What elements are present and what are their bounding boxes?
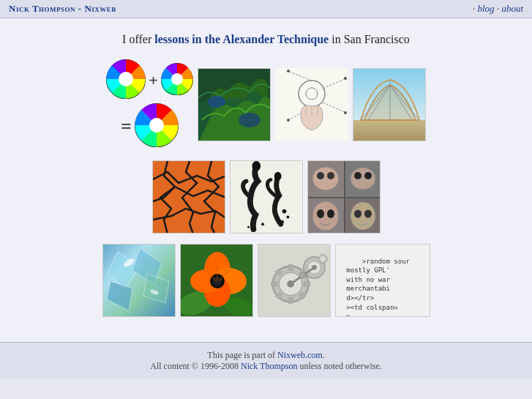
nav-dot-1: ·: [473, 3, 475, 14]
tagline-suffix: in San Francisco: [329, 33, 410, 45]
hand-draw-image: [275, 68, 348, 141]
color-wheel-1: [106, 59, 146, 102]
svg-point-48: [312, 201, 339, 231]
crystal-photo-image: [102, 244, 176, 317]
equals-sign: =: [121, 116, 132, 138]
svg-point-18: [287, 119, 290, 122]
svg-point-52: [351, 202, 375, 230]
color-wheel-result: [135, 103, 179, 150]
site-footer: This page is part of Nixweb.com. All con…: [0, 342, 532, 379]
nav-dot-2: ·: [497, 3, 499, 14]
alexander-technique-link[interactable]: lessons in the Alexander Technique: [154, 33, 329, 45]
nick-thompson-link[interactable]: Nick Thompson: [241, 361, 297, 371]
main-content: I offer lessons in the Alexander Techniq…: [0, 18, 532, 342]
flower-photo-image: [180, 244, 253, 317]
footer-suffix-1: .: [323, 350, 325, 360]
svg-point-53: [354, 210, 361, 218]
svg-point-46: [364, 172, 372, 179]
nixweb-link[interactable]: Nixweb.com: [277, 350, 323, 360]
svg-point-41: [317, 172, 324, 179]
plus-sign: +: [149, 71, 158, 90]
face-grid-image: [307, 160, 381, 234]
svg-point-7: [208, 96, 225, 108]
svg-point-32: [252, 161, 261, 171]
svg-point-44: [351, 168, 375, 190]
svg-point-4: [149, 118, 164, 133]
svg-rect-84: [288, 298, 293, 304]
svg-point-49: [317, 209, 324, 218]
code-snippet: >random sour mostly GPL' with no war mer…: [335, 244, 430, 317]
about-link[interactable]: about: [501, 3, 523, 14]
svg-point-16: [287, 70, 290, 72]
svg-point-42: [327, 172, 334, 179]
svg-point-35: [286, 215, 289, 218]
svg-point-2: [171, 73, 183, 85]
svg-rect-24: [353, 120, 426, 141]
mechanical-image: [258, 244, 331, 317]
footer-line-1: This page is part of Nixweb.com.: [9, 350, 523, 361]
svg-point-40: [312, 167, 339, 190]
svg-point-36: [280, 220, 284, 224]
svg-rect-82: [304, 282, 310, 286]
blog-link[interactable]: blog: [478, 3, 495, 14]
image-row-2: [22, 160, 510, 234]
svg-point-0: [119, 72, 133, 86]
svg-rect-80: [288, 264, 293, 270]
svg-point-92: [299, 272, 305, 278]
image-row-3: >random sour mostly GPL' with no war mer…: [22, 244, 510, 317]
site-title: Nick Thompson - Nixweb: [9, 3, 116, 15]
ink-splash-image: [230, 160, 303, 234]
svg-point-17: [344, 77, 347, 80]
svg-point-33: [274, 172, 281, 181]
tagline-prefix: I offer: [122, 33, 154, 45]
footer-prefix-2: All content © 1996-2008: [150, 361, 241, 371]
footer-line-2: All content © 1996-2008 Nick Thompson un…: [9, 361, 523, 372]
svg-point-54: [364, 210, 372, 218]
svg-point-37: [261, 223, 264, 225]
svg-point-50: [327, 209, 334, 218]
arch-photo-image: [353, 68, 426, 141]
tagline: I offer lessons in the Alexander Techniq…: [22, 33, 510, 46]
site-header: Nick Thompson - Nixweb · blog · about: [0, 0, 532, 18]
code-text: >random sour mostly GPL' with no war mer…: [339, 258, 411, 317]
svg-point-8: [239, 113, 261, 127]
color-wheel-2: [161, 63, 193, 98]
svg-point-34: [282, 209, 286, 214]
svg-rect-31: [231, 161, 302, 233]
svg-point-94: [321, 257, 325, 261]
footer-prefix-1: This page is part of: [207, 350, 277, 360]
svg-point-38: [247, 226, 250, 228]
svg-point-45: [354, 172, 361, 179]
tile-pattern-image: [152, 160, 225, 234]
header-nav: · blog · about: [473, 3, 523, 15]
svg-point-19: [344, 111, 347, 114]
image-row-1: +: [22, 59, 510, 150]
geo-map-image: [198, 68, 271, 141]
footer-suffix-2: unless noted otherwise.: [297, 361, 381, 371]
color-equation: +: [106, 59, 193, 150]
svg-rect-86: [271, 282, 277, 286]
